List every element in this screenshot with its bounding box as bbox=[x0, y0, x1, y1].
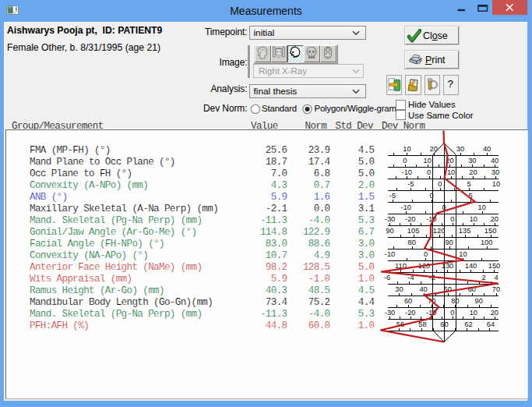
svg-text:10: 10 bbox=[492, 180, 500, 188]
svg-text:10: 10 bbox=[447, 168, 455, 176]
svg-text:-10: -10 bbox=[385, 250, 395, 258]
svg-text:70: 70 bbox=[492, 285, 500, 293]
svg-text:30: 30 bbox=[395, 285, 403, 293]
svg-text:-30: -30 bbox=[385, 215, 395, 223]
svg-text:-10: -10 bbox=[402, 168, 412, 176]
svg-text:10: 10 bbox=[424, 157, 432, 165]
svg-text:20: 20 bbox=[491, 215, 499, 223]
svg-text:-30: -30 bbox=[385, 309, 395, 317]
svg-text:40: 40 bbox=[419, 285, 427, 293]
svg-text:90: 90 bbox=[475, 297, 483, 305]
svg-text:120: 120 bbox=[433, 227, 446, 235]
svg-text:20: 20 bbox=[430, 145, 438, 153]
svg-text:0: 0 bbox=[438, 180, 442, 188]
svg-text:-10: -10 bbox=[401, 204, 411, 211]
svg-text:10: 10 bbox=[403, 145, 410, 153]
svg-text:40: 40 bbox=[491, 157, 499, 165]
svg-text:-20: -20 bbox=[405, 215, 415, 223]
svg-text:140: 140 bbox=[465, 262, 477, 270]
svg-text:2: 2 bbox=[481, 274, 485, 281]
svg-text:105: 105 bbox=[407, 227, 420, 235]
svg-text:150: 150 bbox=[484, 227, 497, 235]
svg-text:90: 90 bbox=[386, 227, 393, 235]
svg-text:0: 0 bbox=[429, 192, 433, 200]
svg-text:0: 0 bbox=[403, 157, 407, 165]
svg-text:-5: -5 bbox=[407, 180, 414, 188]
svg-text:64: 64 bbox=[487, 320, 495, 328]
svg-text:135: 135 bbox=[459, 227, 471, 235]
svg-text:30: 30 bbox=[468, 157, 476, 165]
svg-text:30: 30 bbox=[456, 145, 464, 153]
svg-text:4: 4 bbox=[494, 274, 498, 281]
svg-text:-6: -6 bbox=[384, 274, 390, 281]
svg-text:58: 58 bbox=[418, 320, 426, 328]
svg-text:62: 62 bbox=[464, 320, 472, 328]
svg-text:-20: -20 bbox=[405, 309, 415, 317]
svg-text:80: 80 bbox=[451, 297, 459, 305]
svg-text:20: 20 bbox=[491, 309, 499, 317]
svg-text:80: 80 bbox=[408, 239, 416, 246]
svg-text:0: 0 bbox=[450, 215, 454, 223]
svg-text:10: 10 bbox=[459, 250, 467, 258]
svg-text:0: 0 bbox=[424, 250, 428, 258]
svg-text:100: 100 bbox=[481, 239, 493, 246]
svg-text:60: 60 bbox=[404, 297, 412, 305]
svg-text:0: 0 bbox=[450, 309, 454, 317]
svg-text:10: 10 bbox=[470, 309, 477, 317]
svg-text:20: 20 bbox=[469, 168, 477, 176]
svg-text:90: 90 bbox=[446, 239, 453, 246]
svg-text:-5: -5 bbox=[389, 192, 396, 200]
svg-text:40: 40 bbox=[483, 145, 491, 153]
svg-text:150: 150 bbox=[488, 262, 501, 270]
svg-text:60: 60 bbox=[440, 320, 448, 328]
svg-text:5: 5 bbox=[467, 180, 471, 188]
svg-text:10: 10 bbox=[478, 204, 486, 211]
svg-text:0: 0 bbox=[427, 168, 431, 176]
svg-text:30: 30 bbox=[491, 168, 499, 176]
svg-text:10: 10 bbox=[470, 215, 477, 223]
